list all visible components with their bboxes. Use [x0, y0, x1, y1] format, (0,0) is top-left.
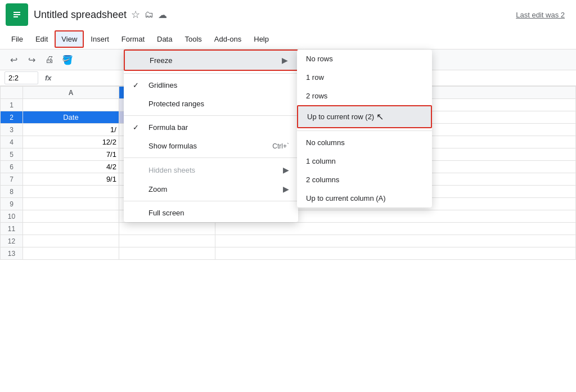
- formula-bar-check: ✓: [133, 123, 144, 132]
- table-row: 13: [1, 247, 576, 260]
- menu-data[interactable]: Data: [151, 31, 178, 47]
- formula-bar-label: Formula bar: [148, 123, 188, 132]
- menu-divider-4: [124, 201, 298, 201]
- menu-view[interactable]: View: [55, 30, 84, 48]
- cell-c11[interactable]: [215, 223, 575, 235]
- view-menu: Freeze ▶ ✓ Gridlines Protected ranges ✓ …: [124, 49, 298, 222]
- svg-rect-3: [14, 16, 18, 17]
- app-icon: [6, 3, 28, 26]
- undo-button[interactable]: ↩: [6, 52, 21, 67]
- menu-edit[interactable]: Edit: [30, 31, 53, 47]
- freeze-label: Freeze: [150, 56, 172, 65]
- title-area: Untitled spreadsheet ☆ 🗂 ☁: [34, 8, 167, 21]
- cell-a13[interactable]: [23, 247, 119, 260]
- cursor-icon: ↖: [376, 111, 384, 122]
- svg-rect-2: [14, 14, 20, 15]
- paint-format-button[interactable]: 🪣: [60, 52, 75, 67]
- menu-addons[interactable]: Add-ons: [209, 31, 247, 47]
- row-num-10: 10: [1, 210, 23, 223]
- freeze-arrow-icon: ▶: [282, 56, 288, 65]
- cell-b11[interactable]: [119, 223, 215, 235]
- zoom-label: Zoom: [148, 185, 167, 193]
- print-button[interactable]: 🖨: [42, 52, 57, 67]
- cell-c13[interactable]: [215, 247, 575, 260]
- row-num-12: 12: [1, 235, 23, 247]
- menu-divider-3: [124, 157, 298, 158]
- menu-divider-1: [124, 73, 298, 74]
- no-rows-label: No rows: [306, 55, 333, 63]
- zoom-arrow-icon: ▶: [283, 184, 289, 193]
- doc-title[interactable]: Untitled spreadsheet: [34, 9, 127, 21]
- freeze-2-columns[interactable]: 2 columns: [297, 170, 432, 189]
- freeze-1-row[interactable]: 1 row: [297, 68, 432, 87]
- cell-reference-input[interactable]: [4, 71, 38, 84]
- menu-file[interactable]: File: [6, 31, 29, 47]
- cell-a10[interactable]: [23, 210, 119, 223]
- 1-column-label: 1 column: [306, 157, 336, 165]
- protected-label: Protected ranges: [148, 100, 204, 108]
- row-num-6: 6: [1, 161, 23, 173]
- fx-label: fx: [43, 74, 54, 82]
- freeze-submenu: No rows 1 row 2 rows Up to current row (…: [297, 49, 432, 208]
- menu-bar: File Edit View Insert Format Data Tools …: [0, 29, 576, 49]
- star-icon[interactable]: ☆: [131, 8, 140, 21]
- cloud-icon[interactable]: ☁: [158, 10, 167, 20]
- freeze-no-rows[interactable]: No rows: [297, 49, 432, 68]
- row-num-13: 13: [1, 247, 23, 260]
- view-menu-gridlines[interactable]: ✓ Gridlines: [124, 76, 298, 94]
- menu-format[interactable]: Format: [116, 31, 150, 47]
- menu-help[interactable]: Help: [248, 31, 274, 47]
- cell-a8[interactable]: [23, 186, 119, 198]
- cell-b12[interactable]: [119, 235, 215, 247]
- cell-a9[interactable]: [23, 198, 119, 210]
- freeze-up-to-current-column[interactable]: Up to current column (A): [297, 189, 432, 208]
- row-num-9: 9: [1, 198, 23, 210]
- cell-a3[interactable]: 1/: [23, 124, 119, 136]
- hidden-sheets-label: Hidden sheets: [148, 166, 195, 174]
- gridlines-check: ✓: [133, 81, 144, 89]
- menu-divider-2: [124, 115, 298, 116]
- freeze-2-rows[interactable]: 2 rows: [297, 87, 432, 105]
- row-num-11: 11: [1, 223, 23, 235]
- row-num-7: 7: [1, 173, 23, 186]
- svg-rect-1: [14, 12, 20, 13]
- row-num-5: 5: [1, 148, 23, 161]
- cell-a11[interactable]: [23, 223, 119, 235]
- view-menu-freeze[interactable]: Freeze ▶: [124, 49, 298, 71]
- view-menu-hidden-sheets[interactable]: Hidden sheets ▶: [124, 160, 298, 179]
- top-bar: Untitled spreadsheet ☆ 🗂 ☁ Last edit was…: [0, 0, 576, 29]
- full-screen-label: Full screen: [148, 209, 184, 217]
- col-header-a[interactable]: A: [23, 87, 119, 99]
- 2-columns-label: 2 columns: [306, 175, 339, 184]
- row-num-2: 2: [1, 111, 23, 124]
- last-edit-text[interactable]: Last edit was 2: [516, 11, 570, 19]
- folder-icon[interactable]: 🗂: [145, 10, 154, 20]
- gridlines-label: Gridlines: [148, 81, 177, 89]
- view-menu-formula-bar[interactable]: ✓ Formula bar: [124, 118, 298, 137]
- view-menu-zoom[interactable]: Zoom ▶: [124, 179, 298, 199]
- menu-insert[interactable]: Insert: [85, 31, 115, 47]
- row-num-4: 4: [1, 136, 23, 148]
- no-columns-label: No columns: [306, 138, 345, 147]
- freeze-up-to-current-row[interactable]: Up to current row (2) ↖: [297, 105, 432, 128]
- row-num-1: 1: [1, 99, 23, 111]
- cell-b13[interactable]: [119, 247, 215, 260]
- menu-tools[interactable]: Tools: [179, 31, 207, 47]
- cell-a2[interactable]: Date: [23, 111, 119, 124]
- row-num-3: 3: [1, 124, 23, 136]
- up-to-current-column-label: Up to current column (A): [306, 194, 386, 202]
- cell-a5[interactable]: 7/1: [23, 148, 119, 161]
- view-menu-full-screen[interactable]: Full screen: [124, 204, 298, 222]
- view-menu-show-formulas[interactable]: Show formulas Ctrl+`: [124, 137, 298, 155]
- 2-rows-label: 2 rows: [306, 92, 327, 100]
- freeze-no-columns[interactable]: No columns: [297, 133, 432, 152]
- redo-button[interactable]: ↪: [24, 52, 39, 67]
- cell-a12[interactable]: [23, 235, 119, 247]
- cell-a4[interactable]: 12/2: [23, 136, 119, 148]
- cell-a1[interactable]: [23, 99, 119, 111]
- freeze-1-column[interactable]: 1 column: [297, 152, 432, 170]
- cell-a6[interactable]: 4/2: [23, 161, 119, 173]
- view-menu-protected-ranges[interactable]: Protected ranges: [124, 94, 298, 113]
- cell-a7[interactable]: 9/1: [23, 173, 119, 186]
- cell-c12[interactable]: [215, 235, 575, 247]
